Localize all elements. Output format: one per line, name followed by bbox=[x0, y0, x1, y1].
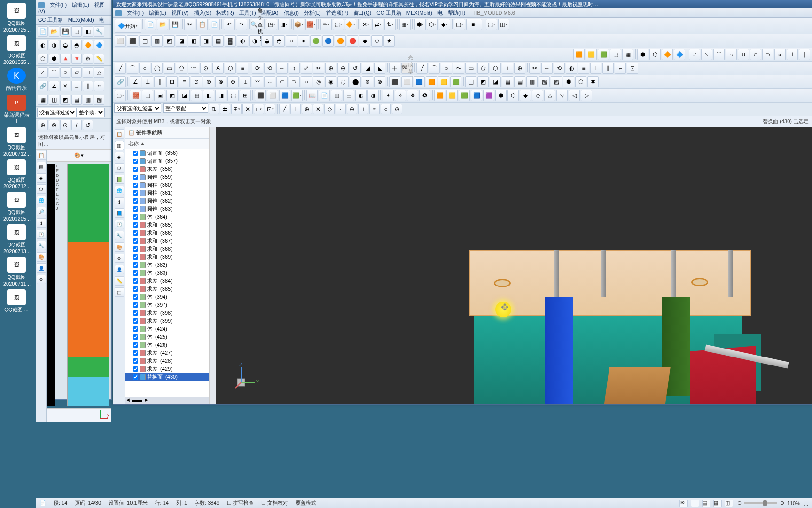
tb-btn[interactable]: ⊗ bbox=[49, 120, 59, 130]
feature-check[interactable] bbox=[133, 238, 138, 244]
tb-btn[interactable]: ∪ bbox=[738, 49, 749, 60]
nav-tab[interactable]: 📏 bbox=[115, 276, 124, 286]
snap-mid[interactable]: ⊥ bbox=[290, 104, 301, 114]
tb-btn[interactable]: 🟨 bbox=[446, 90, 458, 101]
feature-item[interactable]: 体 (383) bbox=[125, 269, 209, 277]
tb-btn[interactable]: ⊚ bbox=[374, 76, 385, 87]
snap-near[interactable]: ≈ bbox=[369, 104, 380, 114]
tb-btn[interactable]: 🟧 bbox=[573, 49, 585, 60]
feature-check[interactable] bbox=[133, 167, 138, 172]
nav-tab[interactable]: 👤 bbox=[115, 265, 124, 274]
feature-item[interactable]: 求差 (428) bbox=[125, 357, 209, 365]
tb-btn[interactable]: ⊂ bbox=[750, 49, 761, 60]
tb-btn[interactable]: ⊙ bbox=[191, 76, 202, 87]
tb-btn[interactable]: ★ bbox=[383, 35, 395, 47]
feature-item[interactable]: 体 (424) bbox=[125, 325, 209, 333]
feature-item[interactable]: 体 (425) bbox=[125, 333, 209, 341]
nav-tab[interactable]: 🔎 bbox=[37, 207, 46, 216]
tb-btn[interactable]: ■ bbox=[466, 19, 482, 30]
tb-btn[interactable]: ⇅ bbox=[384, 19, 396, 30]
feature-check[interactable] bbox=[133, 175, 138, 180]
tb-btn[interactable]: ⟂ bbox=[71, 81, 82, 91]
tb-btn[interactable]: ⊥ bbox=[590, 63, 601, 74]
tb-btn[interactable]: 🔷 bbox=[94, 40, 104, 50]
type-filter[interactable]: 没有选择过滤器 bbox=[37, 108, 77, 117]
feature-check[interactable] bbox=[133, 159, 138, 164]
tb-btn[interactable]: ↺ bbox=[83, 120, 93, 130]
nav-column-header[interactable]: 名称 ▲ bbox=[125, 139, 209, 149]
tb-btn[interactable]: ◒ bbox=[261, 35, 273, 47]
feature-check[interactable] bbox=[133, 151, 138, 156]
status-row[interactable]: 行: 14 bbox=[155, 500, 169, 507]
feature-check[interactable] bbox=[133, 270, 138, 276]
feature-item[interactable]: 求差 (429) bbox=[125, 365, 209, 373]
zoom-in[interactable]: ⊕ bbox=[780, 500, 784, 506]
tb-btn[interactable]: 📂 bbox=[49, 26, 59, 37]
tb-btn[interactable]: 🔴 bbox=[347, 35, 358, 47]
tb-btn[interactable]: ⬛ bbox=[389, 76, 400, 87]
tb-btn[interactable]: ✦ bbox=[383, 90, 394, 101]
nav-tab[interactable]: ◈ bbox=[115, 152, 124, 161]
tb-btn[interactable]: 🔵 bbox=[322, 35, 334, 47]
feature-check[interactable] bbox=[133, 326, 138, 332]
tb-btn[interactable]: 🔺 bbox=[60, 54, 70, 64]
tb-btn[interactable]: ⊗ bbox=[215, 76, 226, 87]
feature-check[interactable] bbox=[133, 254, 138, 260]
snap-none[interactable]: ⊘ bbox=[392, 104, 402, 114]
tb-btn[interactable]: 🔗 bbox=[115, 76, 126, 87]
redo-icon[interactable]: ↷ bbox=[236, 19, 247, 30]
tb-btn[interactable]: ⚙ bbox=[83, 54, 93, 64]
tb-btn[interactable]: ◇ bbox=[371, 35, 383, 47]
tb-btn[interactable]: ⬤ bbox=[350, 76, 361, 87]
tb-btn[interactable]: ◒ bbox=[60, 40, 70, 50]
tb-btn[interactable]: ▤ bbox=[514, 76, 525, 87]
menu-mex[interactable]: MEX(Mold) bbox=[68, 17, 94, 23]
zoom-slider[interactable] bbox=[763, 500, 767, 506]
feature-item[interactable]: 偏置面 (357) bbox=[125, 157, 209, 165]
tb-btn[interactable]: ⊃ bbox=[289, 76, 300, 87]
tb-btn[interactable]: ◆ bbox=[520, 90, 531, 101]
copy-icon[interactable]: 📋 bbox=[196, 19, 208, 30]
menu-elec[interactable]: 电 bbox=[437, 10, 443, 16]
feature-item[interactable]: 体 (364) bbox=[125, 213, 209, 221]
menubar[interactable]: 文件(F) 编辑(E) 视图(V) 插入(S) 格式(R) 工具(T) 装配(A… bbox=[113, 8, 812, 18]
save-icon[interactable]: 💾 bbox=[169, 19, 180, 30]
tb-btn[interactable]: 🔶 bbox=[662, 49, 673, 60]
tb-btn[interactable]: ◧ bbox=[188, 35, 199, 47]
nav-tab[interactable]: ⚙ bbox=[37, 275, 46, 284]
new-icon[interactable]: 📄 bbox=[145, 19, 156, 30]
tb-btn[interactable]: 🟦 bbox=[414, 76, 425, 87]
tb-btn[interactable]: ⬠ bbox=[176, 63, 187, 74]
nav-tab[interactable]: 🎨 bbox=[115, 242, 124, 252]
tb-btn[interactable]: 🧱 bbox=[130, 90, 141, 101]
feature-check[interactable] bbox=[133, 302, 138, 308]
tb-btn[interactable]: ⬡ bbox=[427, 19, 438, 30]
tb-btn[interactable]: ▥ bbox=[331, 90, 342, 101]
tb-btn[interactable]: ◨ bbox=[215, 90, 226, 101]
tb-btn[interactable]: ⬚ bbox=[610, 49, 621, 60]
tb-btn[interactable]: ⬢ bbox=[495, 90, 507, 101]
tb-btn[interactable]: ⊡ bbox=[627, 63, 638, 74]
tb-btn[interactable]: 📄 bbox=[319, 90, 330, 101]
tb-btn[interactable]: ⊞ bbox=[231, 104, 242, 114]
tb-btn[interactable]: 🟩 bbox=[291, 90, 303, 101]
desktop-shortcut[interactable]: P菜鸟课程表1 bbox=[3, 95, 30, 124]
tb-btn[interactable]: ▤ bbox=[71, 95, 82, 105]
tb-btn[interactable]: ◫ bbox=[49, 95, 59, 105]
view-mode-icon[interactable]: 👁 bbox=[679, 500, 688, 507]
feature-item[interactable]: 圆锥 (362) bbox=[125, 197, 209, 205]
tb-btn[interactable]: ⬜ bbox=[401, 76, 413, 87]
nav-tab[interactable]: 📋 bbox=[37, 151, 46, 160]
snap-perp[interactable]: ⟂ bbox=[358, 104, 368, 114]
menu-insert[interactable]: 插入(S) bbox=[194, 10, 211, 16]
tb-btn[interactable]: ◨ bbox=[200, 35, 211, 47]
tb-btn[interactable]: ◢ bbox=[362, 63, 373, 74]
tb-btn[interactable]: ↺ bbox=[350, 63, 361, 74]
tb-btn[interactable]: ⬢ bbox=[414, 19, 426, 30]
tb-btn[interactable]: 🟨 bbox=[586, 49, 597, 60]
tb-btn[interactable]: ▦ bbox=[399, 19, 411, 30]
menubar[interactable]: 文件(F) 编辑(E) 视图(V) bbox=[36, 0, 111, 16]
tb-btn[interactable]: ⇅ bbox=[209, 104, 219, 114]
tb-btn[interactable]: ⊙ bbox=[60, 120, 70, 130]
tb-btn[interactable]: ⊥ bbox=[142, 76, 153, 87]
